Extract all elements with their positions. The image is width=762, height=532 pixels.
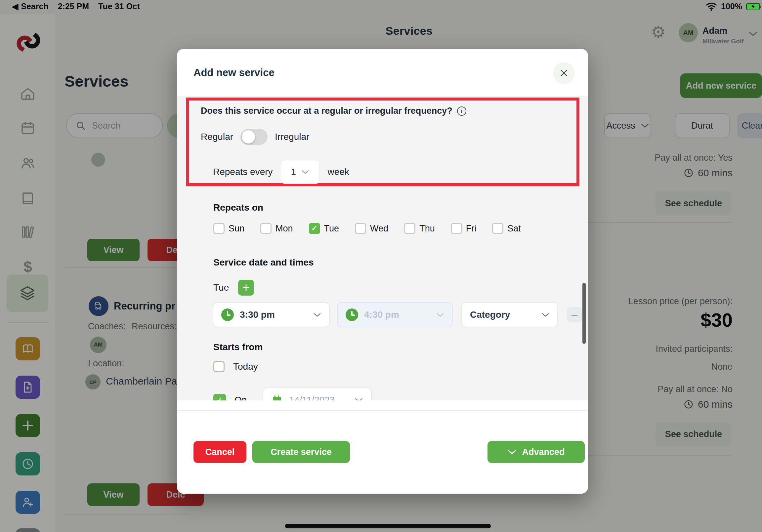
battery-icon: [746, 3, 760, 10]
calendar-icon: [271, 395, 282, 400]
close-icon[interactable]: [553, 62, 575, 84]
on-checkbox[interactable]: ✓: [213, 394, 226, 400]
category-value: Category: [470, 310, 510, 320]
end-time-value: 4:30 pm: [364, 310, 399, 320]
category-select[interactable]: Category: [461, 302, 558, 327]
wifi-icon: [706, 2, 717, 11]
frequency-toggle[interactable]: [240, 129, 267, 145]
chevron-down-icon: [354, 398, 363, 400]
cancel-button[interactable]: Cancel: [193, 441, 246, 463]
back-to-search[interactable]: ◀ Search: [12, 2, 48, 11]
day-checkbox-fri[interactable]: [451, 223, 462, 234]
day-checkbox-sun[interactable]: [213, 223, 225, 234]
back-triangle-icon: ◀: [12, 2, 18, 11]
day-checkbox-tue[interactable]: ✓: [309, 223, 320, 234]
modal-scroll-area[interactable]: Does this service occur at a regular or …: [177, 96, 588, 400]
day-checkbox-wed[interactable]: [355, 223, 366, 234]
modal-title: Add new service: [193, 67, 274, 79]
frequency-question: Does this service occur at a regular or …: [201, 106, 452, 116]
start-time-value: 3:30 pm: [240, 310, 275, 320]
info-icon[interactable]: i: [457, 107, 466, 116]
start-date-value: 14/11/2023: [289, 395, 335, 400]
frequency-highlight-box: Does this service occur at a regular or …: [186, 98, 579, 186]
repeats-every-label: Repeats every: [213, 167, 273, 177]
regular-label: Regular: [201, 132, 233, 142]
day-label: Mon: [275, 223, 293, 234]
end-time-select[interactable]: 4:30 pm: [337, 302, 453, 327]
status-bar: ◀ Search 2:25 PM Tue 31 Oct 100%: [0, 0, 762, 14]
interval-select[interactable]: 1: [281, 160, 320, 184]
chevron-down-icon: [507, 449, 517, 455]
day-label: Wed: [370, 223, 388, 234]
chevron-down-icon: [541, 312, 549, 317]
advanced-label: Advanced: [522, 447, 565, 457]
create-service-button[interactable]: Create service: [252, 441, 350, 463]
chevron-down-icon: [313, 312, 321, 317]
interval-value: 1: [291, 167, 296, 177]
add-service-modal: Add new service Does this service occur …: [177, 49, 588, 494]
interval-unit-label: week: [328, 167, 349, 177]
day-label: Sun: [229, 223, 244, 234]
service-times-heading: Service date and times: [213, 257, 314, 268]
on-label: On: [235, 395, 247, 400]
start-date-select[interactable]: 14/11/2023: [263, 388, 372, 400]
chevron-down-icon: [436, 312, 444, 317]
day-label: Tue: [324, 223, 339, 234]
back-label: Search: [21, 2, 48, 11]
modal-scrollbar-thumb[interactable]: [582, 283, 586, 344]
status-date: Tue 31 Oct: [98, 2, 140, 11]
today-label: Today: [233, 361, 258, 372]
repeats-on-heading: Repeats on: [213, 202, 263, 213]
day-label: Fri: [466, 223, 476, 234]
remove-time-button[interactable]: –: [567, 307, 582, 322]
green-clock-icon: [345, 309, 358, 321]
day-label: Sat: [507, 223, 521, 234]
day-checkbox-sat[interactable]: [492, 223, 503, 234]
green-clock-icon: [221, 309, 234, 321]
today-checkbox[interactable]: [213, 361, 225, 372]
day-checkbox-thu[interactable]: [404, 223, 416, 234]
modal-footer-divider: [177, 410, 588, 411]
irregular-label: Irregular: [275, 132, 309, 142]
repeats-on-days: Sun Mon ✓Tue Wed Thu Fri Sat: [213, 223, 521, 234]
battery-percent: 100%: [721, 2, 742, 11]
day-label: Thu: [419, 223, 435, 234]
home-indicator[interactable]: [285, 524, 491, 528]
start-time-select[interactable]: 3:30 pm: [213, 302, 330, 327]
toggle-knob: [242, 130, 255, 143]
starts-from-heading: Starts from: [213, 342, 263, 352]
plus-icon: [242, 283, 250, 292]
chevron-down-icon: [301, 170, 309, 175]
add-time-button[interactable]: [238, 280, 254, 296]
clock-time: 2:25 PM: [58, 2, 89, 11]
day-checkbox-mon[interactable]: [260, 223, 271, 234]
service-day-label: Tue: [213, 282, 229, 293]
advanced-button[interactable]: Advanced: [488, 441, 585, 463]
